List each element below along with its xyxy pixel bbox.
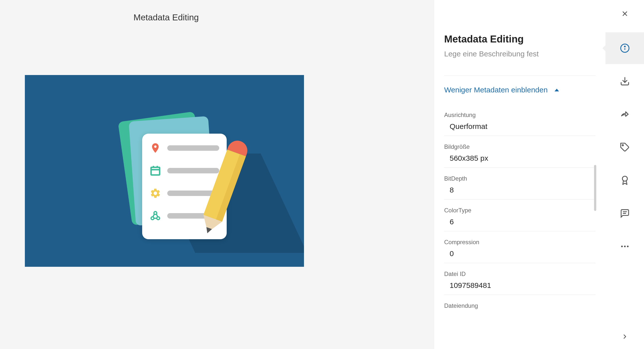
metadata-field: Dateiendung (444, 302, 596, 309)
metadata-label: BitDepth (444, 175, 596, 182)
metadata-list[interactable]: Ausrichtung Querformat Bildgröße 560x385… (444, 111, 596, 309)
metadata-label: ColorType (444, 207, 596, 214)
details-panel: Metadata Editing Lege eine Beschreibung … (434, 0, 644, 349)
metadata-label: Ausrichtung (444, 111, 596, 118)
svg-point-11 (624, 46, 625, 47)
chevron-right-icon (622, 333, 628, 340)
expand-button[interactable] (618, 329, 632, 344)
share-tab[interactable] (606, 98, 644, 130)
image-preview[interactable] (25, 75, 304, 267)
metadata-field: ColorType 6 (444, 207, 596, 231)
share-icon (620, 109, 630, 119)
metadata-value[interactable]: 0 (444, 249, 596, 258)
close-button[interactable] (618, 6, 632, 21)
metadata-label: Dateiendung (444, 302, 596, 309)
svg-rect-0 (151, 167, 160, 175)
svg-point-5 (151, 217, 154, 220)
metadata-value[interactable]: 8 (444, 186, 596, 194)
svg-point-6 (156, 217, 160, 220)
svg-point-17 (621, 246, 623, 247)
svg-point-13 (622, 145, 623, 146)
preview-panel: Metadata Editing (0, 0, 434, 349)
info-tab[interactable] (606, 32, 644, 64)
metadata-value[interactable]: Querformat (444, 122, 596, 131)
page-title: Metadata Editing (134, 12, 409, 22)
svg-point-14 (622, 176, 627, 181)
toggle-label: Weniger Metadaten einblenden (444, 86, 548, 94)
illustration (90, 106, 239, 236)
svg-point-18 (624, 246, 626, 247)
more-icon (620, 241, 630, 251)
description-field[interactable]: Lege eine Beschreibung fest (444, 50, 596, 58)
metadata-field: BitDepth 8 (444, 175, 596, 199)
more-tab[interactable] (606, 231, 644, 262)
metadata-label: Compression (444, 239, 596, 246)
metadata-label: Bildgröße (444, 143, 596, 150)
metadata-value[interactable]: 560x385 px (444, 154, 596, 162)
metadata-field: Datei ID 1097589481 (444, 271, 596, 295)
metadata-label: Datei ID (444, 271, 596, 278)
metadata-field: Ausrichtung Querformat (444, 111, 596, 136)
detail-title: Metadata Editing (444, 33, 596, 45)
award-tab[interactable] (606, 164, 644, 196)
award-icon (620, 175, 630, 185)
toggle-metadata-button[interactable]: Weniger Metadaten einblenden (444, 86, 596, 94)
close-icon (621, 10, 628, 17)
download-icon (620, 76, 630, 86)
svg-point-19 (627, 246, 628, 247)
metadata-field: Bildgröße 560x385 px (444, 143, 596, 168)
download-tab[interactable] (606, 65, 644, 97)
tag-tab[interactable] (606, 131, 644, 163)
metadata-value[interactable]: 1097589481 (444, 281, 596, 290)
info-icon (620, 43, 630, 53)
caret-up-icon (554, 89, 559, 91)
comment-tab[interactable] (606, 197, 644, 229)
comment-icon (620, 208, 630, 218)
tag-icon (620, 142, 630, 152)
divider (444, 75, 596, 76)
metadata-value[interactable]: 6 (444, 218, 596, 226)
action-rail (606, 0, 644, 349)
metadata-field: Compression 0 (444, 239, 596, 263)
scrollbar-thumb[interactable] (594, 165, 596, 211)
